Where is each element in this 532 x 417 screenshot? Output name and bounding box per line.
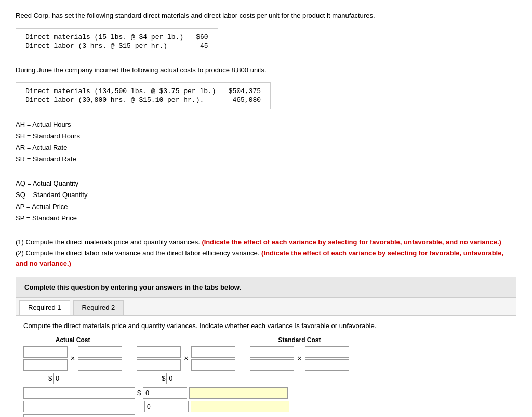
abbreviations-2: AQ = Actual QuantitySQ = Standard Quanti… (16, 178, 516, 224)
middle-total-row: $ (162, 373, 210, 384)
tabs-container: Required 1 Required 2 Compute the direct… (16, 298, 516, 417)
actual-cost-group: Actual Cost × $ (23, 336, 122, 384)
part1-prefix: (1) Compute the direct materials price a… (16, 238, 202, 246)
variance-row-1: $ (23, 387, 509, 399)
variance-amount-1[interactable] (143, 387, 187, 399)
standard-cost-label-cell: Direct materials (15 lbs. @ $4 per lb.) (23, 33, 185, 42)
intro-text: Reed Corp. has set the following standar… (16, 10, 516, 21)
actual-input-r1c2[interactable] (78, 346, 122, 358)
variance-grid: Actual Cost × $ (23, 336, 509, 384)
abbrev1-item: AH = Actual Hours (16, 119, 516, 131)
dollar-1: $ (137, 389, 141, 397)
abbrev2-item: SP = Standard Price (16, 213, 516, 224)
variance-label-1[interactable] (23, 387, 135, 399)
variance-row-2 (23, 401, 509, 412)
standard-col2 (305, 346, 349, 371)
abbrev2-item: AP = Actual Price (16, 201, 516, 213)
abbrev1-item: SR = Standard Rate (16, 153, 516, 165)
standard-cost-row: Direct labor (3 hrs. @ $15 per hr.)45 (23, 42, 210, 50)
actual-input-r2c2[interactable] (78, 359, 122, 371)
actual-col1 (23, 346, 68, 371)
standard-col1 (250, 346, 294, 371)
abbrev1-item: SH = Standard Hours (16, 131, 516, 142)
actual-input-r1c1[interactable] (23, 346, 68, 358)
actual-cost-label: Actual Cost (56, 336, 90, 344)
variance-label-2[interactable] (23, 401, 135, 412)
actual-cost-inputs: × (23, 346, 122, 371)
standard-cost-amount-cell: $60 (185, 33, 210, 42)
actual-col2 (78, 346, 122, 371)
middle-dollar-sym: $ (162, 374, 165, 382)
actual-total-input[interactable] (53, 373, 97, 384)
standard-cost-group: Standard Cost × (250, 336, 349, 371)
abbreviations-1: AH = Actual HoursSH = Standard HoursAR =… (16, 119, 516, 165)
actual-cost-row: Direct labor (30,800 hrs. @ $15.10 per h… (23, 96, 263, 105)
standard-cost-label-cell: Direct labor (3 hrs. @ $15 per hr.) (23, 42, 185, 50)
middle-group: × $ (137, 336, 235, 384)
tab-required-1[interactable]: Required 1 (19, 300, 70, 315)
actual-intro-text: During June the company incurred the fol… (16, 65, 516, 75)
variance-bottom: $ (23, 387, 509, 417)
actual-cost-table: Direct materials (134,500 lbs. @ $3.75 p… (16, 82, 271, 109)
tab-required-2[interactable]: Required 2 (73, 300, 124, 315)
actual-dollar-sym: $ (48, 374, 52, 382)
standard-input-r1c1[interactable] (250, 346, 294, 358)
tab1-desc: Compute the direct materials price and q… (23, 321, 509, 331)
standard-input-r2c2[interactable] (305, 359, 349, 371)
actual-cost-amount-cell: $504,375 (218, 87, 263, 96)
standard-cost-inputs: × (250, 346, 349, 371)
middle-input-r2c1[interactable] (137, 359, 181, 371)
middle-inputs: × (137, 346, 235, 371)
tabs-row: Required 1 Required 2 (16, 298, 516, 316)
variance-type-1[interactable] (189, 387, 288, 399)
actual-total-row: $ (48, 373, 97, 384)
actual-cost-label-cell: Direct materials (134,500 lbs. @ $3.75 p… (23, 87, 218, 96)
middle-input-r2c2[interactable] (191, 359, 235, 371)
multiply-sym-3: × (295, 354, 303, 362)
multiply-sym-2: × (182, 354, 190, 362)
instructions: (1) Compute the direct materials price a… (16, 237, 516, 269)
actual-cost-label-cell: Direct labor (30,800 hrs. @ $15.10 per h… (23, 96, 218, 105)
part2-prefix: (2) Compute the direct labor rate varian… (16, 249, 261, 257)
abbrev2-item: SQ = Standard Quantity (16, 189, 516, 201)
left-separator (122, 336, 137, 362)
actual-cost-amount-cell: 465,080 (218, 96, 263, 105)
middle-label (185, 336, 187, 344)
standard-cost-amount-cell: 45 (185, 42, 210, 50)
variance-type-2[interactable] (191, 401, 289, 412)
middle-col2 (191, 346, 235, 371)
standard-input-r1c2[interactable] (305, 346, 349, 358)
middle-col1 (137, 346, 181, 371)
middle-input-r1c2[interactable] (191, 346, 235, 358)
multiply-sym-1: × (69, 354, 77, 362)
standard-cost-table: Direct materials (15 lbs. @ $4 per lb.)$… (16, 28, 218, 55)
standard-cost-label: Standard Cost (278, 336, 321, 344)
variance-amount-2[interactable] (144, 401, 189, 412)
variance-row-3 (23, 414, 509, 417)
actual-cost-row: Direct materials (134,500 lbs. @ $3.75 p… (23, 87, 263, 96)
actual-input-r2c1[interactable] (23, 359, 68, 371)
right-separator (235, 336, 250, 362)
abbrev2-item: AQ = Actual Quantity (16, 178, 516, 189)
standard-input-r2c1[interactable] (250, 359, 294, 371)
standard-cost-row: Direct materials (15 lbs. @ $4 per lb.)$… (23, 33, 210, 42)
variance-label-3[interactable] (23, 414, 135, 417)
part1-bold: (Indicate the effect of each variance by… (202, 238, 501, 246)
abbrev1-item: AR = Actual Rate (16, 142, 516, 153)
tab1-content: Compute the direct materials price and q… (16, 316, 516, 417)
complete-box: Complete this question by entering your … (16, 277, 516, 298)
middle-input-r1c1[interactable] (137, 346, 181, 358)
middle-total-input[interactable] (166, 373, 210, 384)
